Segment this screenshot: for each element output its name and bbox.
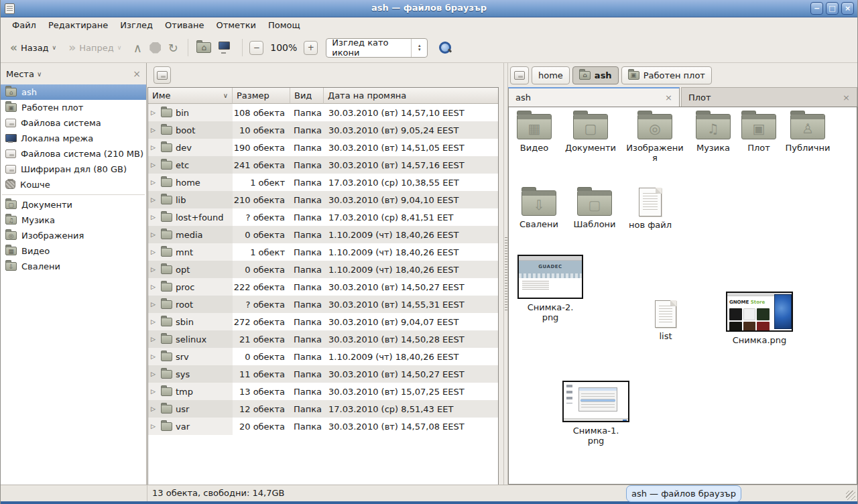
sidebar-item-Свалени[interactable]: ⇩Свалени (1, 259, 146, 274)
file-list[interactable]: list (644, 300, 687, 341)
tree-row-selinux[interactable]: ▷selinux21 обектаПапка30.03.2010 (вт) 14… (148, 330, 498, 348)
expander-icon[interactable]: ▷ (151, 162, 158, 168)
sidebar-item-Кошче[interactable]: Кошче (1, 177, 146, 192)
breadcrumb-ash-button[interactable]: ⌂ ash (572, 66, 619, 84)
menu-edit[interactable]: Редактиране (42, 19, 114, 32)
tree-row-media[interactable]: ▷media0 обектаПапка1.10.2009 (чт) 18,40,… (148, 226, 498, 243)
computer-button[interactable] (217, 42, 235, 54)
expander-icon[interactable]: ▷ (151, 423, 158, 430)
tree-row-tmp[interactable]: ▷tmp13 обектаПапка30.03.2010 (вт) 15,07,… (148, 383, 498, 400)
breadcrumb-home-button[interactable]: home (532, 66, 570, 84)
column-header-size[interactable]: Размер (233, 88, 290, 104)
close-button[interactable]: × (841, 2, 854, 15)
tab-close-icon[interactable]: × (843, 92, 850, 103)
tree-row-home[interactable]: ▷home1 обектПапка17.03.2010 (ср) 10,38,5… (148, 174, 498, 191)
tree-row-srv[interactable]: ▷srv0 обектаПапка1.10.2009 (чт) 18,40,26… (148, 348, 498, 365)
tree-row-lost+found[interactable]: ▷lost+found? обектаПапка17.03.2010 (ср) … (148, 208, 498, 226)
file-snimka-2-png[interactable]: GUADEC Снимка-2.png (517, 255, 584, 322)
sidebar-title[interactable]: Места (6, 69, 34, 79)
sidebar-item-Изображения[interactable]: ◎Изображения (1, 228, 146, 243)
tree-row-sys[interactable]: ▷sys11 обектаПапка30.03.2010 (вт) 14,50,… (148, 365, 498, 383)
maximize-button[interactable]: □ (826, 2, 839, 15)
tree-row-dev[interactable]: ▷dev190 обектаПапка30.03.2010 (вт) 14,51… (148, 139, 498, 156)
tree-row-root[interactable]: ▷root? обектаПапка30.03.2010 (вт) 14,55,… (148, 296, 498, 313)
up-button[interactable]: ∧ (129, 41, 145, 55)
tree-row-mnt[interactable]: ▷mnt1 обектПапка1.10.2009 (чт) 18,40,26 … (148, 243, 498, 261)
sidebar-dropdown-icon[interactable]: ∨ (37, 70, 42, 78)
expander-icon[interactable]: ▷ (151, 249, 158, 255)
expander-icon[interactable]: ▷ (151, 405, 158, 412)
tree-row-var[interactable]: ▷var20 обектаПапка30.03.2010 (вт) 14,57,… (148, 418, 498, 435)
tree-row-boot[interactable]: ▷boot10 обектаПапка30.03.2010 (вт) 9,05,… (148, 121, 498, 139)
folder-music[interactable]: ♫ Музика (688, 114, 738, 153)
column-header-type[interactable]: Вид (290, 88, 324, 104)
expander-icon[interactable]: ▷ (151, 109, 158, 116)
column-header-name[interactable]: Име ∨ (148, 88, 233, 104)
tree-row-proc[interactable]: ▷proc222 обектаПапка30.03.2010 (вт) 14,5… (148, 278, 498, 296)
back-dropdown-icon[interactable]: ∨ (52, 44, 57, 51)
menu-go[interactable]: Отиване (159, 19, 210, 32)
root-filesystem-button[interactable] (154, 66, 171, 84)
tab-ash[interactable]: ash × (508, 87, 680, 107)
expander-icon[interactable]: ▷ (151, 353, 158, 360)
menu-view[interactable]: Изглед (114, 19, 159, 32)
view-mode-spinner[interactable]: ▴▾ (411, 39, 427, 57)
column-header-date[interactable]: Дата на промяна (324, 88, 498, 104)
expander-icon[interactable]: ▷ (151, 127, 158, 133)
menu-file[interactable]: Файл (6, 19, 42, 32)
stop-button[interactable] (149, 42, 161, 54)
sidebar-item-Локална мрежа[interactable]: Локална мрежа (1, 131, 146, 146)
menu-help[interactable]: Помощ (262, 19, 306, 32)
tab-close-icon[interactable]: × (665, 92, 672, 103)
search-icon[interactable] (438, 41, 452, 54)
expander-icon[interactable]: ▷ (151, 179, 158, 186)
folder-pictures[interactable]: ◎ Изображения (624, 114, 686, 163)
tree-row-usr[interactable]: ▷usr12 обектаПапка17.03.2010 (ср) 8,51,4… (148, 400, 498, 418)
tree-row-bin[interactable]: ▷bin108 обектаПапка30.03.2010 (вт) 14,57… (148, 104, 498, 121)
expander-icon[interactable]: ▷ (151, 144, 158, 151)
view-mode-select[interactable]: Изглед като икони ▴▾ (326, 38, 428, 58)
file-snimka-1-png[interactable]: Снимка-1.png (561, 381, 631, 446)
sidebar-item-Видео[interactable]: ▦Видео (1, 243, 146, 259)
menu-bookmarks[interactable]: Отметки (210, 19, 261, 32)
folder-desktop[interactable]: ▣ Плот (739, 114, 778, 153)
sidebar-item-ash[interactable]: ⌂ash (1, 84, 146, 100)
tree-row-etc[interactable]: ▷etc241 обектаПапка30.03.2010 (вт) 14,57… (148, 156, 498, 174)
expander-icon[interactable]: ▷ (151, 388, 158, 395)
folder-documents[interactable]: ▢ Документи (561, 114, 620, 153)
zoom-in-button[interactable]: + (304, 41, 318, 55)
tree-row-lib[interactable]: ▷lib210 обектаПапка30.03.2010 (вт) 9,04,… (148, 191, 498, 208)
expander-icon[interactable]: ▷ (151, 318, 158, 325)
zoom-out-button[interactable]: − (249, 41, 263, 55)
reload-button[interactable]: ↻ (165, 41, 181, 55)
resize-grip[interactable] (846, 491, 855, 500)
expander-icon[interactable]: ▷ (151, 336, 158, 342)
tab-plot[interactable]: Плот × (681, 87, 857, 107)
breadcrumb-root-button[interactable] (510, 66, 529, 84)
minimize-button[interactable]: − (810, 2, 823, 15)
folder-videos[interactable]: ▦ Видео (509, 114, 560, 153)
folder-downloads[interactable]: ⇩ Свалени (513, 190, 565, 229)
sidebar-item-Документи[interactable]: ▢Документи (1, 197, 146, 212)
tree-row-sbin[interactable]: ▷sbin272 обектаПапка30.03.2010 (вт) 9,04… (148, 313, 498, 330)
home-button[interactable]: ⌂ (195, 42, 212, 53)
file-new-file[interactable]: нов файл (624, 188, 676, 230)
window-title-popup[interactable]: ash — файлов браузър (626, 485, 741, 502)
sidebar-item-Работен плот[interactable]: ▣Работен плот (1, 100, 146, 115)
tree-row-opt[interactable]: ▷opt0 обектаПапка1.10.2009 (чт) 18,40,26… (148, 261, 498, 278)
sidebar-item-Файлова система (210 MB)[interactable]: Файлова система (210 MB) (1, 146, 146, 162)
panel-splitter[interactable] (503, 63, 508, 485)
folder-templates[interactable]: ▢ Шаблони (568, 190, 621, 229)
forward-button[interactable]: » Напред ∨ (64, 38, 125, 57)
sidebar-item-Файлова система[interactable]: Файлова система (1, 115, 146, 131)
expander-icon[interactable]: ▷ (151, 371, 158, 377)
expander-icon[interactable]: ▷ (151, 266, 158, 273)
breadcrumb-desktop-button[interactable]: ▣ Работен плот (621, 66, 712, 84)
icon-view[interactable]: ▦ Видео ▢ Документи ◎ Изображения ♫ Музи… (508, 107, 857, 485)
expander-icon[interactable]: ▷ (151, 301, 158, 308)
sidebar-item-Музика[interactable]: ♫Музика (1, 212, 146, 228)
folder-public[interactable]: ♙ Публични (780, 114, 836, 153)
expander-icon[interactable]: ▷ (151, 214, 158, 220)
back-button[interactable]: « Назад ∨ (6, 38, 60, 57)
sidebar-item-Шифриран дял (80 GB)[interactable]: Шифриран дял (80 GB) (1, 162, 146, 177)
